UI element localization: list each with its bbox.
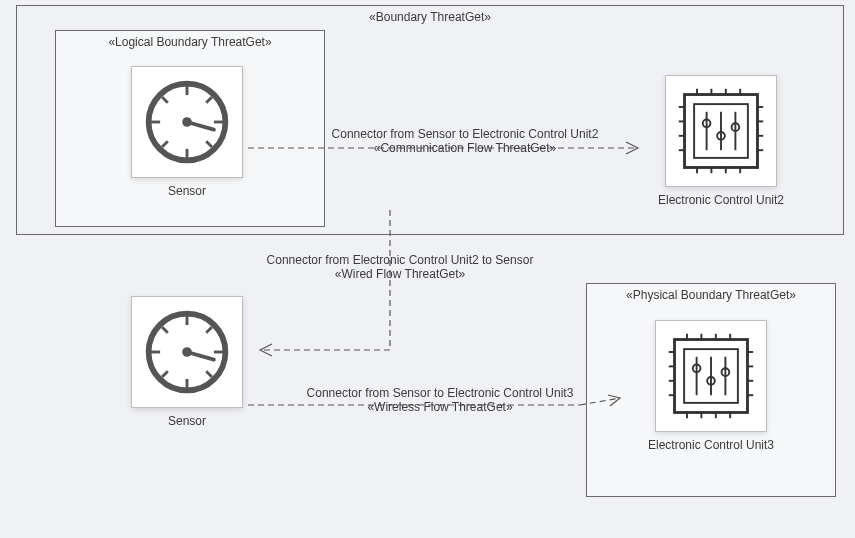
svg-line-43 [206, 371, 212, 377]
svg-line-8 [206, 141, 212, 147]
connector-c1-line1: Connector from Sensor to Electronic Cont… [300, 127, 630, 141]
logical-boundary-title: «Logical Boundary ThreatGet» [56, 35, 324, 49]
ecu-icon [665, 75, 777, 187]
connector-c3-label: Connector from Sensor to Electronic Cont… [290, 386, 590, 414]
node-ecu3-label: Electronic Control Unit3 [636, 438, 786, 452]
connector-c1-line2: «Communication Flow ThreatGet» [300, 141, 630, 155]
node-sensor-2-label: Sensor [112, 414, 262, 428]
sensor-gauge-icon [131, 66, 243, 178]
svg-line-7 [162, 141, 168, 147]
physical-boundary-title: «Physical Boundary ThreatGet» [587, 288, 835, 302]
svg-line-5 [162, 97, 168, 103]
connector-c2-line1: Connector from Electronic Control Unit2 … [250, 253, 550, 267]
connector-c2-line2: «Wired Flow ThreatGet» [250, 267, 550, 281]
svg-line-42 [162, 371, 168, 377]
svg-line-6 [206, 97, 212, 103]
node-ecu2[interactable]: Electronic Control Unit2 [646, 75, 796, 207]
svg-line-10 [187, 122, 214, 130]
node-sensor-2[interactable]: Sensor [112, 296, 262, 428]
sensor-gauge-icon [131, 296, 243, 408]
boundary-threatget-title: «Boundary ThreatGet» [17, 10, 843, 24]
connector-c2-label: Connector from Electronic Control Unit2 … [250, 253, 550, 281]
ecu-icon [655, 320, 767, 432]
node-ecu2-label: Electronic Control Unit2 [646, 193, 796, 207]
connector-c3-line1: Connector from Sensor to Electronic Cont… [290, 386, 590, 400]
svg-line-45 [187, 352, 214, 360]
connector-c1-label: Connector from Sensor to Electronic Cont… [300, 127, 630, 155]
svg-line-40 [162, 327, 168, 333]
node-sensor-1[interactable]: Sensor [112, 66, 262, 198]
connector-c3-line2: «Wireless Flow ThreatGet» [290, 400, 590, 414]
node-ecu3[interactable]: Electronic Control Unit3 [636, 320, 786, 452]
node-sensor-1-label: Sensor [112, 184, 262, 198]
svg-line-41 [206, 327, 212, 333]
